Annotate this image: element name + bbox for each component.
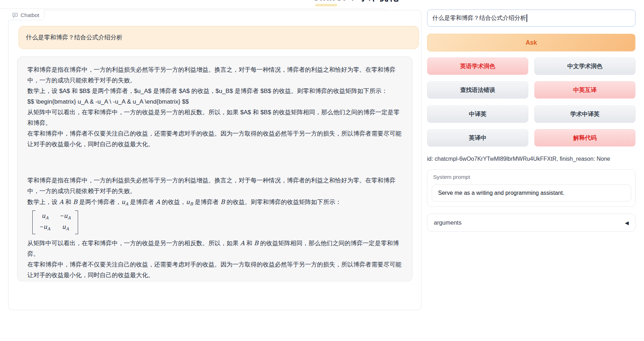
arguments-accordion-label: arguments (434, 219, 462, 226)
chatbot-label-text: Chatbot (21, 12, 39, 18)
shortcut-button-academic-zh-to-en[interactable]: 学术中译英 (534, 105, 635, 123)
shortcut-button-find-grammar-errors[interactable]: 查找语法错误 (427, 81, 528, 99)
system-prompt-input[interactable]: Serve me as a writing and programming as… (432, 185, 631, 202)
shortcut-button-zh-to-en[interactable]: 中译英 (427, 105, 528, 123)
bot-rendered-paragraph: 零和博弈是指在博弈中，一方的利益损失必然等于另一方的利益增益。换言之，对于每一种… (27, 175, 402, 197)
bot-raw-paragraph: 在零和博弈中，博弈者不仅要关注自己的收益，还需要考虑对手的收益。因为一方取得的收… (27, 128, 402, 150)
text-cursor (526, 14, 527, 22)
ask-button[interactable]: Ask (427, 34, 635, 51)
chat-bubble-icon (12, 12, 18, 18)
user-message-bubble: 什么是零和博弈？结合公式介绍分析 (18, 26, 419, 49)
title-underline-fragment (315, 4, 337, 6)
completion-status-text: id: chatcmpl-6wOo7KrYTwMl89lbrMWRu4UkFFX… (427, 156, 635, 162)
matrix-left-bracket (32, 210, 36, 234)
shortcut-button-zh-en-mutual-translate[interactable]: 中英互译 (534, 81, 635, 99)
matrix-right-bracket (75, 210, 78, 234)
bot-message-bubble: 零和博弈是指在博弈中，一方的利益损失必然等于另一方的利益增益。换言之，对于每一种… (17, 56, 413, 281)
accordion-collapsed-arrow-icon: ◀ (625, 220, 629, 226)
question-input[interactable]: 什么是零和博弈？结合公式介绍分析 (427, 10, 635, 27)
bot-raw-latex-line: $$ \begin{bmatrix} u_A & -u_A \ -u_A & u… (27, 97, 402, 107)
page-title-clipped: ChatGPT 学术优化 (312, 0, 399, 4)
math-matrix: uA−uA−uAuA (27, 209, 402, 238)
chatbot-label: Chatbot (8, 10, 44, 20)
user-message-text: 什么是零和博弈？结合公式介绍分析 (26, 33, 122, 42)
bot-raw-paragraph: 从矩阵中可以看出，在零和博弈中，一方的收益是另一方的相反数。所以，如果 $A$ … (27, 107, 402, 128)
bot-raw-paragraph: 零和博弈是指在博弈中，一方的利益损失必然等于另一方的利益增益。换言之，对于每一种… (27, 65, 402, 86)
bot-rendered-math-line: 数学上，设 A 和 B 是两个博弈者，uA 是博弈者 A 的收益，uB 是博弈者… (27, 197, 402, 209)
bot-rendered-paragraph: 在零和博弈中，博弈者不仅要关注自己的收益，还需要考虑对手的收益。因为一方取得的收… (27, 259, 402, 281)
top-divider (0, 9, 385, 9)
question-input-value: 什么是零和博弈？结合公式介绍分析 (432, 14, 526, 22)
shortcut-button-explain-code[interactable]: 解释代码 (534, 129, 635, 147)
shortcut-button-chinese-polish[interactable]: 中文学术润色 (534, 57, 635, 75)
system-prompt-label: System prompt (433, 174, 470, 180)
system-prompt-value: Serve me as a writing and programming as… (438, 190, 564, 196)
bot-rendered-math-line: 从矩阵中可以看出，在零和博弈中，一方的收益是另一方的相反数。所以，如果 A 和 … (27, 238, 402, 259)
shortcut-button-english-polish[interactable]: 英语学术润色 (427, 57, 528, 75)
matrix-cells: uA−uA−uAuA (36, 210, 75, 234)
arguments-accordion[interactable]: arguments ◀ (427, 214, 635, 232)
chatbot-panel: Chatbot 什么是零和博弈？结合公式介绍分析 零和博弈是指在博弈中，一方的利… (8, 10, 421, 310)
shortcut-button-en-to-zh[interactable]: 英译中 (427, 129, 528, 147)
system-prompt-group: System prompt Serve me as a writing and … (427, 169, 635, 207)
paragraph-gap (27, 150, 402, 175)
bot-raw-paragraph: 数学上，设 $A$ 和 $B$ 是两个博弈者，$u_A$ 是博弈者 $A$ 的收… (27, 86, 402, 97)
